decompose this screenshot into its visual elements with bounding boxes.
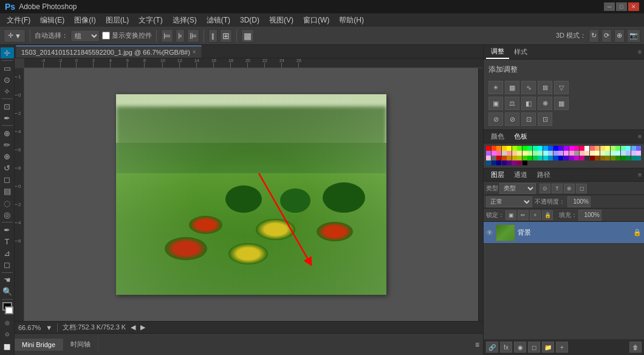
menu-layer[interactable]: 图层(L) xyxy=(101,14,134,27)
align-center-btn[interactable]: ⊧ xyxy=(176,29,185,43)
color-swatch-item[interactable] xyxy=(527,151,532,156)
color-swatch-item[interactable] xyxy=(507,151,512,156)
color-swatch-item[interactable] xyxy=(626,146,631,151)
tool-shape[interactable]: ◻ xyxy=(1,259,14,270)
next-btn[interactable]: ▶ xyxy=(140,323,145,331)
color-swatch-item[interactable] xyxy=(590,146,595,151)
menu-image[interactable]: 图像(I) xyxy=(70,14,100,27)
menu-edit[interactable]: 编辑(E) xyxy=(36,14,69,27)
color-swatch-item[interactable] xyxy=(621,156,626,160)
color-swatch-item[interactable] xyxy=(590,156,595,160)
3d-pan-btn[interactable]: ⟳ xyxy=(601,29,612,43)
tool-pen[interactable]: ✒ xyxy=(1,224,14,235)
adj-blackwhite[interactable]: ◧ xyxy=(521,97,536,110)
color-swatch-item[interactable] xyxy=(626,156,631,160)
filter-icon-2[interactable]: T xyxy=(552,184,563,193)
color-swatch-item[interactable] xyxy=(558,151,563,156)
color-swatch-item[interactable] xyxy=(553,146,558,151)
color-swatch-item[interactable] xyxy=(543,146,548,151)
color-swatch-item[interactable] xyxy=(496,156,501,160)
color-swatch-item[interactable] xyxy=(631,146,636,151)
3d-rotate-btn[interactable]: ↻ xyxy=(589,29,599,43)
color-swatch-item[interactable] xyxy=(636,156,641,160)
adj-channelmixer[interactable]: ▦ xyxy=(554,97,569,110)
doc-tab[interactable]: 1503_20141015121845592200_1.jpg @ 66.7%(… xyxy=(16,46,202,58)
align-right-btn[interactable]: ⊫ xyxy=(187,29,199,43)
color-swatch-item[interactable] xyxy=(507,156,512,160)
adj-invert[interactable]: ⊘ xyxy=(488,112,503,126)
color-swatch-item[interactable] xyxy=(527,146,532,151)
color-swatch-item[interactable] xyxy=(517,151,522,156)
color-swatch-item[interactable] xyxy=(533,156,538,160)
color-tab-color[interactable]: 颜色 xyxy=(486,131,509,142)
distribute-btn[interactable]: ⫿ xyxy=(208,29,218,43)
add-style-btn[interactable]: fx xyxy=(500,342,512,353)
menu-text[interactable]: 文字(T) xyxy=(134,14,166,27)
tool-crop[interactable]: ⊡ xyxy=(1,101,14,112)
color-swatch-item[interactable] xyxy=(533,151,538,156)
color-swatch-item[interactable] xyxy=(600,146,605,151)
color-swatch-item[interactable] xyxy=(580,156,584,160)
prev-btn[interactable]: ◀ xyxy=(131,323,135,331)
color-swatch-item[interactable] xyxy=(605,156,610,160)
color-swatch-item[interactable] xyxy=(605,151,610,156)
tool-select-rect[interactable]: ▭ xyxy=(1,63,14,74)
zoom-icon[interactable]: ▼ xyxy=(46,324,52,331)
color-swatch-item[interactable] xyxy=(569,156,574,160)
tool-bg-color[interactable] xyxy=(5,306,13,314)
color-swatch-item[interactable] xyxy=(611,151,615,156)
color-swatch-item[interactable] xyxy=(636,151,641,156)
color-swatch-item[interactable] xyxy=(502,151,507,156)
color-swatch-item[interactable] xyxy=(512,146,517,151)
color-swatch-item[interactable] xyxy=(580,146,584,151)
layers-panel-menu-btn[interactable]: ≡ xyxy=(638,171,642,178)
filter-type-select[interactable]: 类型 xyxy=(499,183,536,194)
tool-screen[interactable]: ⬜ xyxy=(1,342,14,353)
color-swatch-item[interactable] xyxy=(636,146,641,151)
tool-brush[interactable]: ✏ xyxy=(1,139,14,150)
color-swatch-item[interactable] xyxy=(553,151,558,156)
color-swatch-item[interactable] xyxy=(584,151,589,156)
color-swatch-item[interactable] xyxy=(615,156,620,160)
vertical-scrollbar[interactable] xyxy=(478,68,483,321)
color-swatch-item[interactable] xyxy=(512,160,517,165)
color-swatch-item[interactable] xyxy=(611,146,615,151)
color-swatch-item[interactable] xyxy=(558,146,563,151)
color-swatch-item[interactable] xyxy=(569,146,574,151)
adj-colorbalance[interactable]: ⚖ xyxy=(505,97,519,110)
color-swatch-item[interactable] xyxy=(631,156,636,160)
color-swatch-item[interactable] xyxy=(590,151,595,156)
color-swatch-item[interactable] xyxy=(522,160,527,165)
menu-help[interactable]: 帮助(H) xyxy=(335,14,368,27)
menu-select[interactable]: 选择(S) xyxy=(168,14,201,27)
lock-pixels-btn[interactable]: ▣ xyxy=(505,210,516,220)
menu-file[interactable]: 文件(F) xyxy=(2,14,35,27)
distribute2-btn[interactable]: ⊞ xyxy=(220,29,232,43)
color-swatch-item[interactable] xyxy=(584,156,589,160)
close-button[interactable]: ✕ xyxy=(628,2,639,11)
adj-gradient-map[interactable]: ⊡ xyxy=(538,112,552,126)
add-adjustment-btn[interactable]: ◻ xyxy=(528,342,540,353)
color-swatch-item[interactable] xyxy=(600,151,605,156)
color-swatch-item[interactable] xyxy=(502,146,507,151)
tool-quickmask[interactable]: ⊙ xyxy=(1,329,14,340)
color-swatch-item[interactable] xyxy=(512,151,517,156)
maximize-button[interactable]: □ xyxy=(616,2,627,11)
adj-hsl[interactable]: ▣ xyxy=(488,97,503,110)
filter-icon-3[interactable]: ⊕ xyxy=(564,184,575,193)
color-swatch-item[interactable] xyxy=(492,146,496,151)
link-layers-btn[interactable]: 🔗 xyxy=(486,342,498,353)
adj-curves[interactable]: ∿ xyxy=(521,81,536,94)
tool-mode[interactable]: ◎ xyxy=(1,317,14,328)
adj-levels[interactable]: ▦ xyxy=(505,81,519,94)
color-swatch-item[interactable] xyxy=(522,156,527,160)
tool-gradient[interactable]: ▤ xyxy=(1,186,14,197)
tool-magic-wand[interactable]: ✧ xyxy=(1,86,14,97)
lock-paint-btn[interactable]: ✏ xyxy=(518,210,529,220)
layer-visibility-icon[interactable]: 👁 xyxy=(486,229,493,237)
color-swatch-item[interactable] xyxy=(631,151,636,156)
add-layer-btn[interactable]: + xyxy=(556,342,568,353)
color-swatch-item[interactable] xyxy=(496,160,501,165)
opacity-input[interactable] xyxy=(567,196,591,207)
tool-eyedropper[interactable]: ✒ xyxy=(1,112,14,123)
